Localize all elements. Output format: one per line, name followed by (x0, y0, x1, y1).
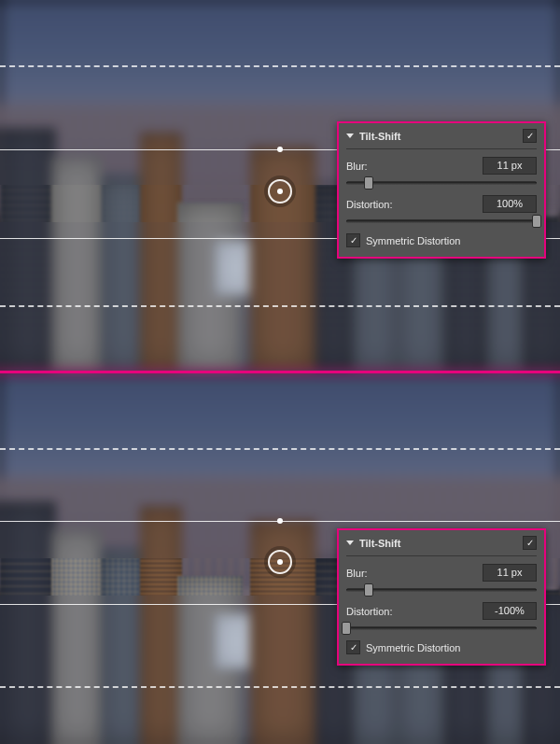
guide-dashed-bottom[interactable] (0, 305, 560, 307)
distortion-slider[interactable] (346, 622, 537, 635)
guide-handle-top[interactable] (277, 147, 283, 152)
panel-enabled-checkbox[interactable] (523, 536, 537, 550)
blur-slider[interactable] (346, 176, 537, 190)
guide-dashed-bottom[interactable] (0, 686, 560, 688)
tilt-shift-pin[interactable] (268, 179, 292, 204)
symmetric-distortion-checkbox[interactable] (346, 233, 360, 247)
blur-label: Blur: (346, 161, 475, 172)
panel-title: Tilt-Shift (359, 538, 517, 549)
distortion-value[interactable]: -100% (483, 602, 537, 620)
panel-title: Tilt-Shift (359, 131, 517, 142)
blur-value[interactable]: 11 px (483, 157, 537, 175)
distortion-label: Distortion: (346, 199, 475, 210)
panel-enabled-checkbox[interactable] (523, 129, 537, 143)
chevron-down-icon[interactable] (346, 540, 354, 545)
blur-value[interactable]: 11 px (483, 564, 537, 582)
blur-label: Blur: (346, 568, 475, 579)
result-image-bottom: Tilt-Shift Blur: 11 px Distortion: -100%… (0, 373, 560, 744)
distortion-label: Distortion: (346, 606, 475, 617)
distortion-slider[interactable] (346, 215, 537, 228)
tilt-shift-pin[interactable] (268, 550, 292, 574)
symmetric-distortion-checkbox[interactable] (346, 640, 360, 654)
chevron-down-icon[interactable] (346, 133, 354, 138)
tilt-shift-panel: Tilt-Shift Blur: 11 px Distortion: 100% … (337, 121, 546, 259)
distortion-value[interactable]: 100% (483, 195, 537, 213)
result-image-top: Tilt-Shift Blur: 11 px Distortion: 100% … (0, 0, 560, 371)
blur-slider[interactable] (346, 583, 537, 597)
symmetric-distortion-label: Symmetric Distortion (366, 235, 460, 246)
guide-dashed-top[interactable] (0, 65, 560, 67)
tilt-shift-panel: Tilt-Shift Blur: 11 px Distortion: -100%… (337, 528, 546, 666)
guide-dashed-top[interactable] (0, 448, 560, 450)
symmetric-distortion-label: Symmetric Distortion (366, 642, 460, 653)
guide-handle-top[interactable] (277, 518, 283, 524)
